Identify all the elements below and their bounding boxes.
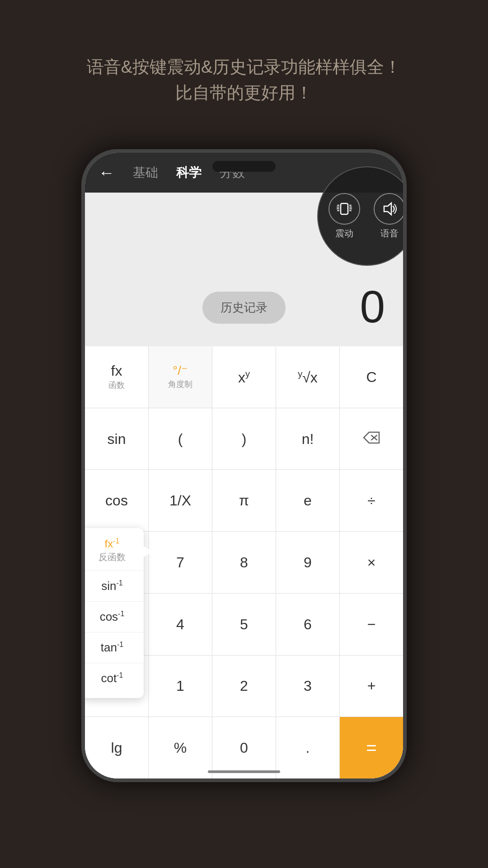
phone-wrapper: 震动 语音 ← 基础 科学 分数	[81, 149, 407, 818]
display-number: 0	[360, 281, 385, 333]
key-divide[interactable]: ÷	[340, 470, 403, 531]
popup-item-tan-inv[interactable]: tan-1	[81, 632, 144, 663]
popup-item-cos-inv[interactable]: cos-1	[81, 602, 144, 632]
key-rparen[interactable]: )	[212, 408, 276, 470]
vibrate-button[interactable]: 震动	[328, 193, 360, 240]
vibrate-label: 震动	[335, 227, 353, 240]
key-reciprocal[interactable]: 1/X	[149, 470, 212, 531]
phone-notch	[212, 161, 276, 172]
key-4[interactable]: 4	[149, 594, 212, 655]
key-fx[interactable]: fx 函数	[85, 346, 148, 408]
voice-icon-circle	[374, 193, 405, 225]
key-backspace[interactable]	[340, 408, 403, 470]
header-section: 语音&按键震动&历史记录功能样样俱全！ 比自带的更好用！	[0, 0, 488, 133]
key-clear[interactable]: C	[340, 346, 403, 408]
key-1[interactable]: 1	[149, 656, 212, 717]
key-angle[interactable]: °/⁻ 角度制	[149, 346, 212, 408]
key-multiply[interactable]: ×	[340, 532, 403, 593]
voice-button[interactable]: 语音	[374, 193, 405, 240]
voice-label: 语音	[380, 227, 399, 240]
back-button[interactable]: ←	[99, 163, 115, 182]
home-indicator	[208, 770, 280, 773]
tab-science[interactable]: 科学	[176, 164, 202, 181]
tab-basic[interactable]: 基础	[133, 164, 158, 181]
key-percent[interactable]: %	[149, 717, 212, 778]
side-btn	[405, 234, 407, 270]
svg-marker-9	[384, 203, 391, 215]
key-cos[interactable]: cos	[85, 470, 148, 531]
phone-frame: 震动 语音 ← 基础 科学 分数	[81, 149, 407, 782]
key-2[interactable]: 2	[212, 656, 276, 717]
key-7[interactable]: 7	[149, 532, 212, 593]
popup-item-cot-inv[interactable]: cot-1	[81, 663, 144, 693]
key-pow[interactable]: xy	[212, 346, 276, 408]
key-sin[interactable]: sin	[85, 408, 148, 470]
vibrate-icon-circle	[328, 193, 360, 225]
key-lparen[interactable]: (	[149, 408, 212, 470]
key-0[interactable]: 0	[212, 717, 276, 778]
key-9[interactable]: 9	[276, 532, 339, 593]
key-dot[interactable]: .	[276, 717, 339, 778]
history-button[interactable]: 历史记录	[202, 292, 286, 324]
key-subtract[interactable]: −	[340, 594, 403, 655]
key-e[interactable]: e	[276, 470, 339, 531]
key-equals[interactable]: =	[340, 717, 403, 778]
svg-rect-0	[341, 203, 348, 214]
popup-header: fx-1反函数	[81, 533, 144, 571]
key-nthroot[interactable]: y√x	[276, 346, 339, 408]
key-add[interactable]: +	[340, 656, 403, 717]
popup-item-sin-inv[interactable]: sin-1	[81, 571, 144, 602]
key-5[interactable]: 5	[212, 594, 276, 655]
key-8[interactable]: 8	[212, 532, 276, 593]
header-line2: 比自带的更好用！	[36, 80, 452, 106]
header-line1: 语音&按键震动&历史记录功能样样俱全！	[36, 54, 452, 80]
key-lg[interactable]: lg	[85, 717, 148, 778]
key-6[interactable]: 6	[276, 594, 339, 655]
popup-menu: fx-1反函数 sin-1 cos-1 tan-1 cot-1	[81, 528, 144, 698]
key-3[interactable]: 3	[276, 656, 339, 717]
key-pi[interactable]: π	[212, 470, 276, 531]
key-factorial[interactable]: n!	[276, 408, 339, 470]
